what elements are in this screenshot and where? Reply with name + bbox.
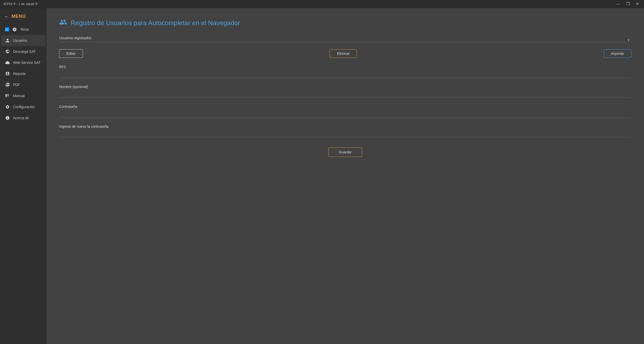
nombre-label: Nombre (opcional) xyxy=(59,85,631,89)
nombre-field: Nombre (opcional) xyxy=(59,85,631,98)
password-confirm-field: Ingrese de nuevo la contraseña xyxy=(59,124,631,137)
cloud-icon xyxy=(5,60,10,65)
rfc-input[interactable] xyxy=(59,70,631,78)
book-icon xyxy=(5,93,10,98)
sidebar-item-label-web-service-sat: Web Service SAT xyxy=(13,61,41,65)
sidebar-item-label-acerca-de: Acerca de xyxy=(13,116,29,120)
sidebar-item-pdf[interactable]: PDF xyxy=(1,79,46,90)
password-confirm-input[interactable] xyxy=(59,130,631,137)
titlebar: JCFDI ® - J de Jabalí ® — ❐ ✕ xyxy=(0,0,644,8)
sidebar-item-label-manual: Manual xyxy=(13,94,25,98)
page-title: Registro de Usuarios para Autocompletar … xyxy=(71,19,240,27)
password-input[interactable] xyxy=(59,110,631,117)
report-icon xyxy=(5,71,10,76)
sidebar-item-configuracion[interactable]: Configuración xyxy=(1,101,46,112)
edit-button[interactable]: Editar xyxy=(59,49,83,58)
section-label: Usuarios registrados xyxy=(59,36,91,40)
sidebar-item-tema[interactable]: ✓ Tema xyxy=(1,24,46,35)
app-container: ← MENÚ ✓ Tema Usuarios Descarga SAT xyxy=(0,8,644,344)
users-header-icon xyxy=(59,18,67,28)
sidebar-item-label-pdf: PDF xyxy=(13,83,20,87)
sidebar-item-label-tema: Tema xyxy=(20,27,29,31)
sidebar-item-descarga-sat[interactable]: Descarga SAT xyxy=(1,46,46,57)
pdf-icon xyxy=(5,82,10,87)
theme-icon xyxy=(12,27,17,32)
gear-icon xyxy=(5,104,10,109)
sidebar-item-label-descarga-sat: Descarga SAT xyxy=(13,50,36,54)
users-registered-section: Usuarios registrados xyxy=(59,36,631,42)
sidebar-item-usuarios[interactable]: Usuarios xyxy=(1,35,46,46)
import-button[interactable]: Importar xyxy=(604,49,631,58)
maximize-button[interactable]: ❐ xyxy=(624,2,632,7)
sidebar: ← MENÚ ✓ Tema Usuarios Descarga SAT xyxy=(0,8,47,344)
page-header: Registro de Usuarios para Autocompletar … xyxy=(59,18,631,28)
checkbox-icon: ✓ xyxy=(5,27,9,31)
titlebar-controls: — ❐ ✕ xyxy=(614,2,641,7)
password-confirm-label: Ingrese de nuevo la contraseña xyxy=(59,124,631,128)
user-icon xyxy=(5,38,10,43)
action-row: Editar Eliminar Importar xyxy=(59,49,631,58)
sidebar-item-label-usuarios: Usuarios xyxy=(13,38,27,42)
sidebar-menu-label: MENÚ xyxy=(12,14,26,19)
save-row: Guardar xyxy=(59,147,631,157)
nombre-input[interactable] xyxy=(59,90,631,98)
rfc-field: RFC xyxy=(59,65,631,78)
password-field: Contraseña xyxy=(59,105,631,117)
save-button[interactable]: Guardar xyxy=(329,147,362,157)
info-icon xyxy=(5,115,10,120)
rfc-label: RFC xyxy=(59,65,631,69)
globe-icon xyxy=(5,49,10,54)
sidebar-item-label-reporte: Reporte xyxy=(13,72,26,76)
delete-button[interactable]: Eliminar xyxy=(330,49,357,58)
main-content: Registro de Usuarios para Autocompletar … xyxy=(47,8,644,344)
sidebar-item-reporte[interactable]: Reporte xyxy=(1,68,46,79)
sidebar-menu-header[interactable]: ← MENÚ xyxy=(0,11,47,24)
sidebar-item-acerca-de[interactable]: Acerca de xyxy=(1,112,46,123)
password-label: Contraseña xyxy=(59,105,631,109)
sidebar-item-label-configuracion: Configuración xyxy=(13,105,35,109)
titlebar-title: JCFDI ® - J de Jabalí ® xyxy=(3,2,38,6)
close-button[interactable]: ✕ xyxy=(634,2,641,7)
minimize-button[interactable]: — xyxy=(614,2,622,7)
users-dropdown[interactable] xyxy=(59,40,631,42)
sidebar-item-manual[interactable]: Manual xyxy=(1,90,46,101)
back-arrow-icon: ← xyxy=(4,14,9,19)
sidebar-item-web-service-sat[interactable]: Web Service SAT xyxy=(1,57,46,68)
